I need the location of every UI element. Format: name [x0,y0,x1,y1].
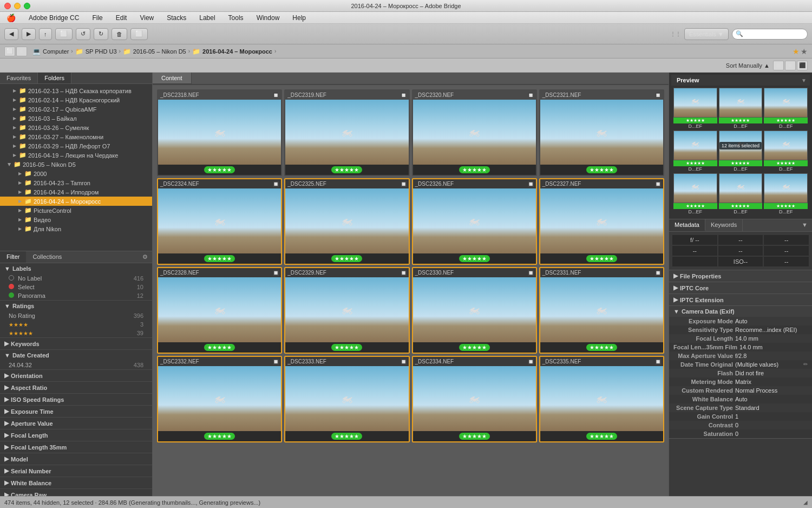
rotate-right-button[interactable]: ↻ [94,28,108,40]
rotate-left-button[interactable]: ↺ [76,28,90,40]
thumb-item-dsc2319[interactable]: _DSC2319.NEF 🔲 🏍 ★★★★★ [284,89,409,176]
folder-item[interactable]: ▶ 📁 2016-05 – Nikon D5 [0,160,152,169]
essentials-button[interactable]: Essentials ▼ [684,28,729,40]
filter-row-panorama[interactable]: Panorama 12 [0,291,152,300]
filter-header-wb[interactable]: ▶ White Balance [0,477,152,489]
filter-header-date[interactable]: ▼ Date Created [0,350,152,361]
tab-folders[interactable]: Folders [38,73,71,83]
thumb-item-dsc2320[interactable]: _DSC2320.NEF 🔲 🏍 ★★★★★ [412,89,537,176]
minimize-button[interactable] [14,3,21,9]
preview-item-5[interactable]: 🏍 12 items selected ★★★★★ D...EF [719,131,763,172]
filter-header-cameraraw[interactable]: ▶ Camera Raw [0,489,152,496]
thumb-item-dsc2335[interactable]: _DSC2335.NEF 🔲 🏍 ★★★★★ [539,356,664,442]
folder-item[interactable]: ▶ 📁 2016-04-23 – Tamron [0,178,152,187]
folder-item[interactable]: ▶ 📁 2016-04-24 – Ипподром [0,187,152,197]
thumb-item-dsc2327[interactable]: _DSC2327.NEF 🔲 🏍 ★★★★★ [539,178,664,265]
filter-row-select[interactable]: Select 10 [0,283,152,291]
path-computer[interactable]: Computer [43,48,69,55]
folder-item-active[interactable]: ▶ 📁 2016-04-24 – Морокросс [0,197,152,206]
maximize-button[interactable] [24,3,30,9]
path-current[interactable]: 2016-04-24 – Морокросс [202,48,272,55]
thumb-item-dsc2318[interactable]: _DSC2318.NEF 🔲 🏍 ★★★★★ [157,89,282,176]
filter-header-labels[interactable]: ▼ Labels [0,263,152,274]
preview-item-2[interactable]: 🏍 ★★★★★ D...EF [719,88,763,129]
filter-row-date[interactable]: 24.04.32 438 [0,361,152,369]
folder-item[interactable]: ▶ 📁 2016-02-13 – НДВ Сказка корпоратив [0,86,152,95]
sort-button[interactable]: Sort Manually ▲ [726,62,770,69]
menu-view[interactable]: View [137,14,156,22]
menu-help[interactable]: Help [290,14,308,22]
thumb-item-dsc2325[interactable]: _DSC2325.NEF 🔲 🏍 ★★★★★ [284,178,409,265]
back-button[interactable]: ◀ [4,28,18,40]
filter-header-keywords[interactable]: ▶ Keywords [0,338,152,349]
folder-item[interactable]: ▶ 📁 PictureControl [0,206,152,215]
preview-item-3[interactable]: 🏍 ★★★★★ D...EF [764,88,808,129]
filter-header-exposure[interactable]: ▶ Exposure Time [0,406,152,417]
thumb-item-dsc2329[interactable]: _DSC2329.NEF 🔲 🏍 ★★★★★ [284,267,409,354]
tab-content[interactable]: Content [153,73,192,84]
filter-header-ratings[interactable]: ▼ Ratings [0,301,152,311]
filter-header-serial[interactable]: ▶ Serial Number [0,465,152,477]
preview-item-8[interactable]: 🏍 ★★★★★ D...EF [719,173,763,214]
apple-menu[interactable]: 🍎 [4,14,18,22]
folder-item[interactable]: ▶ 📁 2016-03-29 – НДВ Лефорт О7 [0,141,152,151]
thumb-item-dsc2321[interactable]: _DSC2321.NEF 🔲 🏍 ★★★★★ [539,89,664,176]
meta-section-header-file[interactable]: ▶ File Properties [669,270,812,282]
thumb-item-dsc2328[interactable]: _DSC2328.NEF 🔲 🏍 ★★★★★ [157,267,282,354]
view-option-1[interactable]: ⊞ [773,61,784,70]
folder-item[interactable]: ▶ 📁 Для Nikon [0,224,152,233]
tab-metadata[interactable]: Metadata [669,219,705,231]
tab-favorites[interactable]: Favorites [0,73,38,83]
thumb-item-dsc2324[interactable]: _DSC2324.NEF 🔲 🏍 ★★★★★ [157,178,282,265]
path-sphd[interactable]: SP PHD U3 [86,48,117,55]
folder-item[interactable]: ▶ 📁 2016-04-19 – Лекция на Чердаке [0,151,152,160]
folder-item[interactable]: ▶ 📁 2016-02-17 – QubicaAMF [0,105,152,114]
camera-raw-button[interactable]: ⬜ [130,28,148,40]
meta-section-header-iptcext[interactable]: ▶ IPTC Extension [669,294,812,305]
view-option-2[interactable]: ≡ [785,61,796,70]
preview-item-6[interactable]: 🏍 ★★★★★ D...EF [764,131,808,172]
forward-button[interactable]: ▶ [22,28,36,40]
thumb-item-dsc2332[interactable]: _DSC2332.NEF 🔲 🏍 ★★★★★ [157,356,282,442]
menu-stacks[interactable]: Stacks [165,14,188,22]
menu-bridge[interactable]: Adobe Bridge CC [27,14,81,22]
filter-header-focal35[interactable]: ▶ Focal Length 35mm [0,441,152,453]
folder-item[interactable]: ▶ 📁 Видео [0,215,152,224]
tab-keywords[interactable]: Keywords [705,219,743,231]
path-nikon[interactable]: 2016-05 – Nikon D5 [133,48,186,55]
tab-collections[interactable]: Collections [26,251,68,263]
menu-tools[interactable]: Tools [226,14,246,22]
folder-item[interactable]: ▶ 📁 2016-03-26 – Сумеляк [0,123,152,132]
menu-edit[interactable]: Edit [114,14,129,22]
preview-options-icon[interactable]: ▼ [801,77,807,83]
search-input[interactable] [743,31,804,37]
filter-header-iso[interactable]: ▶ ISO Speed Ratings [0,394,152,405]
filter-header-focal[interactable]: ▶ Focal Length [0,429,152,441]
thumb-item-dsc2331[interactable]: _DSC2331.NEF 🔲 🏍 ★★★★★ [539,267,664,354]
preview-item-1[interactable]: 🏍 ★★★★★ D...EF [673,88,717,129]
reveal-button[interactable]: ⬜ [55,28,73,40]
up-button[interactable]: ↑ [39,28,52,40]
menu-label[interactable]: Label [197,14,217,22]
preview-item-7[interactable]: 🏍 ★★★★★ D...EF [673,173,717,214]
filter-header-orientation[interactable]: ▶ Orientation [0,370,152,381]
folder-item[interactable]: ▶ 📁 2016-03-27 – Каменоломни [0,132,152,141]
filter-row-nolabel[interactable]: No Label 416 [0,274,152,283]
thumb-item-dsc2326[interactable]: _DSC2326.NEF 🔲 🏍 ★★★★★ [412,178,537,265]
preview-item-9[interactable]: 🏍 ★★★★★ D...EF [764,173,808,214]
filter-header-aperture[interactable]: ▶ Aperture Value [0,418,152,429]
filter-header-model[interactable]: ▶ Model [0,453,152,465]
thumb-item-dsc2330[interactable]: _DSC2330.NEF 🔲 🏍 ★★★★★ [412,267,537,354]
close-button[interactable] [4,3,11,9]
menu-window[interactable]: Window [254,14,282,22]
thumb-item-dsc2334[interactable]: _DSC2334.NEF 🔲 🏍 ★★★★★ [412,356,537,442]
filter-row-norating[interactable]: No Rating 396 [0,311,152,320]
folder-item[interactable]: ▶ 📁 2000 [0,169,152,178]
filter-row-5stars[interactable]: ★★★★★ 39 [0,329,152,337]
preview-item-4[interactable]: 🏍 ★★★★★ D...EF [673,131,717,172]
meta-section-header-exif[interactable]: ▼ Camera Data (Exif) [669,306,812,317]
thumb-item-dsc2333[interactable]: _DSC2333.NEF 🔲 🏍 ★★★★★ [284,356,409,442]
tab-filter[interactable]: Filter [0,251,26,263]
folder-item[interactable]: ▶ 📁 2016-03 – Байкал [0,114,152,123]
view-option-3[interactable]: ⬛ [797,61,808,70]
